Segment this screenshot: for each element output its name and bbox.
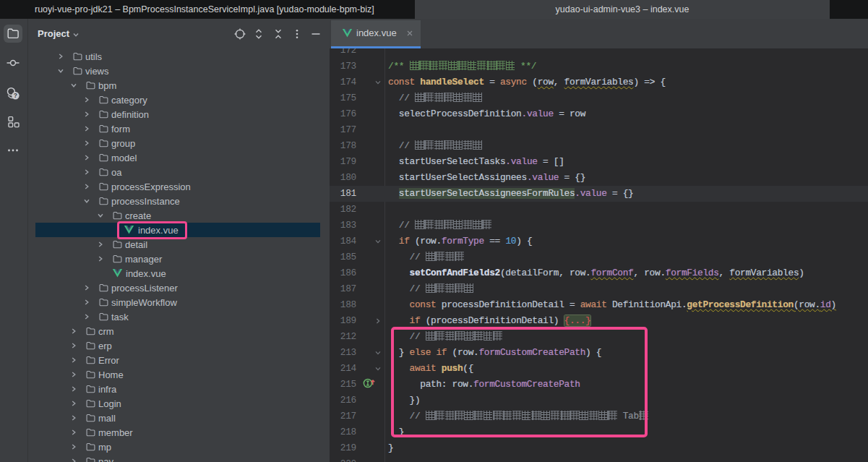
svg-text:?: ? — [14, 92, 17, 99]
